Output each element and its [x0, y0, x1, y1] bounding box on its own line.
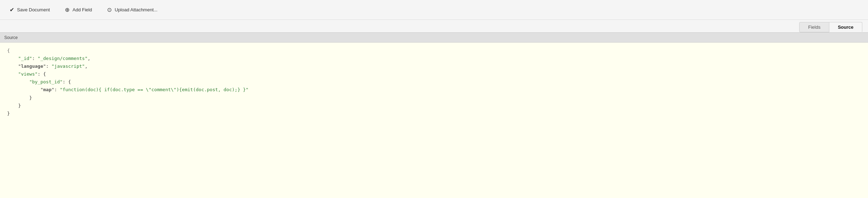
- source-panel[interactable]: { "_id": "_design/comments", "language":…: [0, 43, 868, 198]
- main-content: Source { "_id": "_design/comments", "lan…: [0, 33, 868, 198]
- content-area: Source { "_id": "_design/comments", "lan…: [0, 33, 868, 198]
- save-document-button[interactable]: ✔ Save Document: [6, 5, 53, 15]
- upload-label: Upload Attachment...: [115, 7, 157, 12]
- add-field-button[interactable]: ⊕ Add Field: [61, 5, 95, 15]
- save-icon: ✔: [9, 7, 15, 13]
- source-code: { "_id": "_design/comments", "language":…: [7, 47, 861, 117]
- tab-source[interactable]: Source: [829, 22, 862, 32]
- save-label: Save Document: [17, 7, 50, 12]
- toolbar: ✔ Save Document ⊕ Add Field ⊙ Upload Att…: [0, 0, 868, 20]
- add-icon: ⊕: [64, 7, 71, 13]
- panel-header: Source: [0, 33, 868, 43]
- panel-header-label: Source: [4, 35, 18, 40]
- upload-attachment-button[interactable]: ⊙ Upload Attachment...: [103, 5, 160, 15]
- add-field-label: Add Field: [73, 7, 92, 12]
- tab-bar: Fields Source: [0, 20, 868, 33]
- upload-icon: ⊙: [106, 7, 112, 13]
- tab-fields[interactable]: Fields: [799, 22, 829, 32]
